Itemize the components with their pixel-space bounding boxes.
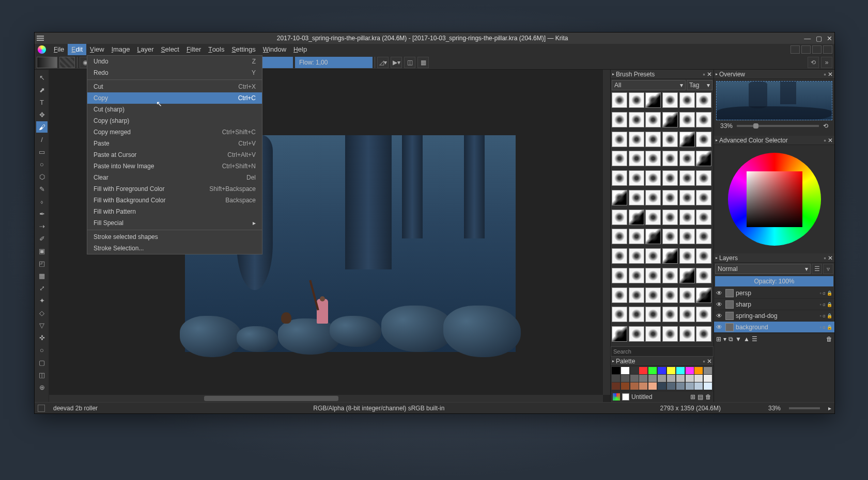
palette-color[interactable]	[667, 375, 675, 382]
brush-preset[interactable]	[696, 132, 711, 147]
menu-item-clear[interactable]: ClearDel	[87, 172, 262, 183]
brush-preset[interactable]	[696, 287, 711, 303]
brush-preset[interactable]	[679, 248, 695, 264]
tool-17[interactable]: ⤢	[36, 282, 48, 294]
tool-25[interactable]: ⊕	[36, 381, 48, 393]
brush-preset[interactable]	[612, 326, 627, 342]
palette-color[interactable]	[648, 367, 657, 374]
brush-preset[interactable]	[679, 210, 695, 225]
palette-color[interactable]	[686, 382, 694, 390]
brush-preset[interactable]	[662, 307, 678, 322]
overview-rotate-icon[interactable]: ⟲	[823, 122, 828, 130]
brush-preset[interactable]	[679, 190, 695, 205]
brush-preset[interactable]	[696, 170, 711, 186]
brush-preset[interactable]	[662, 92, 678, 108]
tool-23[interactable]: ▢	[36, 357, 48, 368]
tool-22[interactable]: ○	[36, 344, 48, 356]
brush-preset[interactable]	[645, 112, 661, 127]
palette-color[interactable]	[612, 382, 620, 390]
zoom-slider[interactable]	[789, 407, 820, 409]
menu-item-cut[interactable]: CutCtrl+X	[87, 81, 262, 92]
tool-0[interactable]: ↖	[36, 72, 48, 83]
menu-filter[interactable]: Filter	[183, 44, 205, 55]
overview-zoom-slider[interactable]	[737, 125, 819, 127]
menu-item-paste[interactable]: PasteCtrl+V	[87, 138, 262, 149]
brush-preset[interactable]	[629, 229, 644, 244]
brush-preset[interactable]	[645, 190, 661, 205]
blend-mode-combo[interactable]: Normal▾	[715, 264, 811, 274]
brush-preset[interactable]	[629, 92, 644, 108]
brush-preset[interactable]	[679, 151, 695, 166]
visibility-icon[interactable]: 👁	[716, 301, 723, 308]
brush-preset[interactable]	[679, 307, 695, 322]
brush-preset[interactable]	[629, 248, 644, 264]
palette-color[interactable]	[694, 367, 703, 374]
flow-slider[interactable]: Flow: 1,00	[295, 57, 373, 68]
layer-row[interactable]: 👁spring-and-dog▫ α 🔒	[714, 310, 834, 322]
brush-preset[interactable]	[612, 151, 627, 166]
palette-color[interactable]	[621, 367, 629, 374]
tool-8[interactable]: ⬡	[36, 171, 48, 182]
menu-settings[interactable]: Settings	[228, 44, 259, 55]
tool-21[interactable]: ✜	[36, 332, 48, 343]
tool-5[interactable]: /	[36, 134, 48, 145]
brush-preset[interactable]	[629, 151, 644, 166]
brush-preset[interactable]	[612, 132, 627, 147]
hamburger-icon[interactable]	[37, 36, 44, 41]
horizontal-scrollbar[interactable]	[49, 395, 603, 402]
workspace-button[interactable]: ▦	[417, 57, 429, 68]
layer-properties-button[interactable]: ☰	[752, 335, 757, 343]
layer-flags[interactable]: ▫ α 🔒	[820, 313, 832, 318]
brush-preset[interactable]	[612, 307, 627, 322]
menu-window[interactable]: Window	[259, 44, 290, 55]
palette-color[interactable]	[694, 382, 703, 390]
selection-mode-icon[interactable]	[38, 405, 45, 412]
brush-presets-header[interactable]: Brush Presets▫ ✕	[611, 70, 714, 79]
visibility-icon[interactable]: 👁	[716, 290, 723, 297]
palette-color[interactable]	[694, 375, 703, 382]
overview-thumbnail[interactable]	[716, 81, 832, 120]
palette-color[interactable]	[621, 375, 629, 382]
brush-preset[interactable]	[629, 112, 644, 127]
layer-flags[interactable]: ▫ α 🔒	[820, 302, 832, 307]
brush-preset[interactable]	[612, 210, 627, 225]
close-button[interactable]: ✕	[827, 35, 832, 42]
title-bar[interactable]: 2017-10-03_spring-rings-the-pillar.kra (…	[35, 33, 834, 44]
brush-preset[interactable]	[662, 326, 678, 342]
brush-preset[interactable]	[612, 229, 627, 244]
palette-grid[interactable]	[611, 366, 714, 391]
tool-9[interactable]: ✎	[36, 183, 48, 195]
brush-preset-grid[interactable]	[611, 91, 714, 346]
layer-row[interactable]: 👁sharp▫ α 🔒	[714, 299, 834, 310]
menu-item-fill-special[interactable]: Fill Special▸	[87, 217, 262, 229]
layer-flags[interactable]: ▫ α 🔒	[820, 291, 832, 296]
brush-preset[interactable]	[696, 151, 711, 166]
palette-color[interactable]	[639, 367, 647, 374]
menu-select[interactable]: Select	[158, 44, 183, 55]
palette-color[interactable]	[667, 382, 675, 390]
palette-color[interactable]	[648, 382, 657, 390]
menu-item-undo[interactable]: UndoZ	[87, 56, 262, 67]
layers-header[interactable]: Layers▫ ✕	[714, 253, 834, 263]
color-square[interactable]	[747, 171, 802, 227]
brush-preset[interactable]	[612, 112, 627, 127]
palette-color[interactable]	[612, 375, 620, 382]
brush-preset[interactable]	[696, 307, 711, 322]
tool-11[interactable]: ✒	[36, 208, 48, 219]
mirror-h-button[interactable]: ◿▾	[377, 57, 389, 68]
brush-preset[interactable]	[662, 248, 678, 264]
menu-item-fill-with-background-color[interactable]: Fill with Background ColorBackspace	[87, 195, 262, 206]
menu-edit[interactable]: Edit	[68, 44, 86, 55]
brush-preset[interactable]	[645, 326, 661, 342]
brush-preset[interactable]	[629, 307, 644, 322]
delete-layer-button[interactable]: 🗑	[826, 335, 832, 343]
tool-10[interactable]: ⬨	[36, 196, 48, 207]
move-down-button[interactable]: ▼	[735, 335, 741, 343]
brush-preset[interactable]	[645, 210, 661, 225]
brush-preset[interactable]	[679, 170, 695, 186]
brush-preset[interactable]	[679, 326, 695, 342]
brush-preset[interactable]	[679, 268, 695, 283]
brush-preset[interactable]	[696, 326, 711, 342]
brush-preset[interactable]	[612, 287, 627, 303]
brush-search-input[interactable]: Search	[611, 346, 714, 357]
